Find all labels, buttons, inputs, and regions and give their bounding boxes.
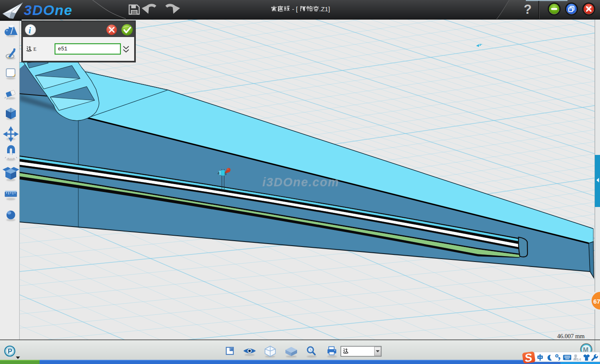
svg-text:67: 67 — [593, 298, 600, 305]
svg-text:e51: e51 — [58, 46, 68, 52]
svg-text:i: i — [29, 25, 31, 35]
svg-text:P: P — [8, 348, 12, 355]
svg-text:14: 14 — [577, 357, 581, 362]
svg-text:4: 4 — [218, 171, 220, 175]
svg-text:3DOne: 3DOne — [24, 2, 72, 18]
svg-text:.Z1]: .Z1] — [319, 5, 330, 12]
svg-text:i3DOne.com: i3DOne.com — [262, 175, 339, 189]
svg-text:- [: - [ — [292, 5, 298, 12]
svg-text:?: ? — [524, 2, 532, 17]
svg-text:E: E — [33, 46, 36, 52]
svg-text:46.007 mm: 46.007 mm — [557, 333, 585, 339]
